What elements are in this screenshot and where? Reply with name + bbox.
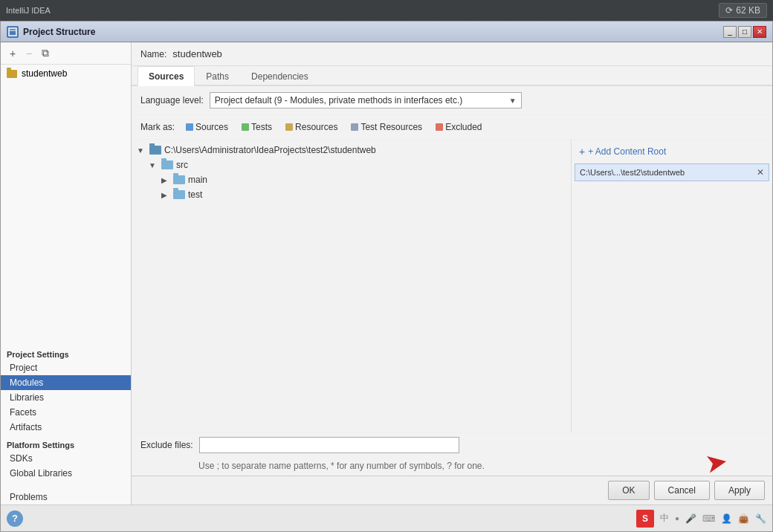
- sidebar-label-facets: Facets: [10, 407, 36, 418]
- exclude-files-input[interactable]: [199, 437, 459, 453]
- svg-rect-0: [9, 28, 16, 36]
- copy-module-button[interactable]: ⧉: [38, 46, 53, 61]
- mark-excluded-label: Excluded: [445, 122, 482, 132]
- src-toggle[interactable]: ▼: [146, 159, 158, 171]
- root-toggle[interactable]: ▼: [135, 144, 146, 156]
- sidebar-label-problems: Problems: [10, 492, 48, 502]
- window-title: Project Structure: [23, 27, 723, 37]
- sidebar-item-modules[interactable]: Modules: [1, 375, 131, 390]
- sidebar-label-global-libraries: Global Libraries: [10, 468, 72, 479]
- add-content-root-label: + Add Content Root: [588, 146, 666, 157]
- project-settings-header: Project Settings: [1, 344, 131, 360]
- excluded-color: [436, 123, 443, 131]
- remove-module-button[interactable]: −: [22, 46, 36, 61]
- sidebar-label-sdks: SDKs: [10, 453, 33, 464]
- mark-resources-label: Resources: [295, 122, 337, 132]
- apply-button[interactable]: Apply: [714, 481, 765, 500]
- sidebar-item-project[interactable]: Project: [1, 360, 131, 375]
- sidebar-item-artifacts[interactable]: Artifacts: [1, 420, 131, 435]
- tab-paths[interactable]: Paths: [195, 66, 240, 86]
- test-label: test: [188, 189, 202, 200]
- sidebar-item-libraries[interactable]: Libraries: [1, 390, 131, 405]
- select-arrow-icon: ▼: [509, 97, 517, 105]
- mark-test-resources-label: Test Resources: [360, 122, 422, 132]
- add-content-root-button[interactable]: + + Add Content Root: [575, 143, 769, 160]
- test-resources-color: [351, 123, 358, 131]
- module-name: studentweb: [22, 68, 67, 79]
- src-folder-icon: [161, 160, 173, 169]
- module-folder-icon: [7, 70, 17, 78]
- ok-button[interactable]: OK: [608, 481, 649, 500]
- add-module-button[interactable]: +: [5, 46, 20, 61]
- sidebar-label-modules: Modules: [10, 377, 43, 388]
- platform-settings-header: Platform Settings: [1, 435, 131, 451]
- root-folder-icon: [149, 146, 161, 155]
- tree-src-item[interactable]: ▼ src: [132, 158, 571, 172]
- main-label: main: [188, 175, 207, 185]
- exclude-files-label: Exclude files:: [140, 440, 193, 450]
- tab-dependencies[interactable]: Dependencies: [240, 66, 320, 86]
- cancel-button[interactable]: Cancel: [654, 481, 710, 500]
- mark-tests-button[interactable]: Tests: [236, 120, 277, 134]
- tree-main-item[interactable]: ▶ main: [132, 172, 571, 187]
- module-tree-item-studentweb[interactable]: studentweb: [1, 66, 131, 81]
- language-level-label: Language level:: [140, 95, 204, 106]
- mark-resources-button[interactable]: Resources: [280, 120, 343, 134]
- mark-excluded-button[interactable]: Excluded: [430, 120, 487, 134]
- mark-tests-label: Tests: [251, 122, 272, 132]
- sidebar-label-libraries: Libraries: [10, 392, 44, 403]
- maximize-button[interactable]: □: [738, 26, 751, 38]
- tree-root-item[interactable]: ▼ C:\Users\Administrator\IdeaProjects\te…: [132, 143, 571, 158]
- root-path-label: C:\Users\Administrator\IdeaProjects\test…: [164, 145, 376, 155]
- sources-color: [186, 123, 193, 131]
- tab-sources[interactable]: Sources: [138, 66, 195, 86]
- sidebar-item-facets[interactable]: Facets: [1, 405, 131, 420]
- sidebar-label-artifacts: Artifacts: [10, 422, 42, 432]
- help-button[interactable]: ?: [7, 510, 23, 527]
- mark-as-label: Mark as:: [140, 122, 175, 132]
- add-icon: +: [579, 146, 585, 158]
- content-root-item: C:\Users\...\test2\studentweb ✕: [575, 163, 769, 181]
- minimize-button[interactable]: _: [723, 26, 737, 38]
- tree-test-item[interactable]: ▶ test: [132, 187, 571, 202]
- content-root-path: C:\Users\...\test2\studentweb: [580, 168, 685, 177]
- sync-button[interactable]: ⟳ 62 KB: [719, 3, 767, 18]
- mark-sources-button[interactable]: Sources: [181, 120, 233, 134]
- sidebar-item-problems[interactable]: Problems: [1, 490, 131, 505]
- test-toggle[interactable]: ▶: [158, 189, 170, 201]
- language-level-select[interactable]: Project default (9 - Modules, private me…: [210, 92, 522, 108]
- tests-color: [242, 123, 249, 131]
- test-folder-icon: [173, 190, 185, 199]
- exclude-hint-text: Use ; to separate name patterns, * for a…: [198, 461, 485, 471]
- content-root-close-button[interactable]: ✕: [757, 167, 764, 178]
- main-toggle[interactable]: ▶: [158, 174, 170, 186]
- name-label: Name:: [140, 49, 166, 59]
- sidebar-item-global-libraries[interactable]: Global Libraries: [1, 466, 131, 481]
- sidebar-label-project: Project: [10, 363, 37, 373]
- sidebar-item-sdks[interactable]: SDKs: [1, 451, 131, 466]
- module-name-value: studentweb: [172, 48, 222, 59]
- taskbar-app-icon[interactable]: S: [636, 510, 654, 528]
- window-icon: [7, 26, 19, 38]
- main-folder-icon: [173, 175, 185, 184]
- src-label: src: [176, 160, 188, 170]
- language-level-value: Project default (9 - Modules, private me…: [215, 95, 463, 106]
- close-button[interactable]: ✕: [753, 26, 766, 38]
- resources-color: [285, 123, 293, 131]
- sync-icon: ⟳: [725, 5, 733, 16]
- mark-sources-label: Sources: [195, 122, 228, 132]
- mark-test-resources-button[interactable]: Test Resources: [346, 120, 427, 134]
